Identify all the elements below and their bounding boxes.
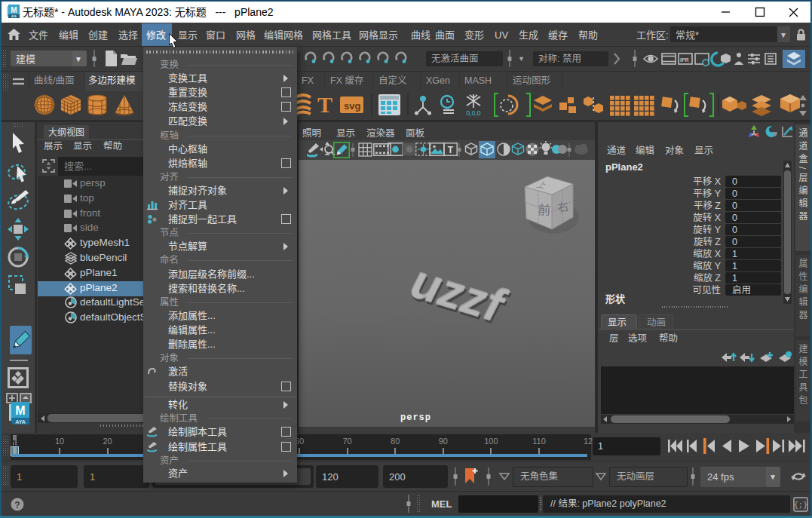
svg-text:M: M [15,404,25,417]
svg-text:{;}: {;} [794,501,807,510]
svg-text:0,0,0: 0,0,0 [467,109,481,117]
svg-text:前: 前 [538,203,551,218]
svg-text:右: 右 [556,200,569,214]
svg-text:M: M [11,6,17,14]
svg-text:IPR: IPR [680,57,689,63]
svg-text:?: ? [14,500,20,510]
svg-text:T: T [448,145,454,155]
svg-text:AYA: AYA [11,15,17,18]
svg-text:AYA: AYA [15,419,26,425]
